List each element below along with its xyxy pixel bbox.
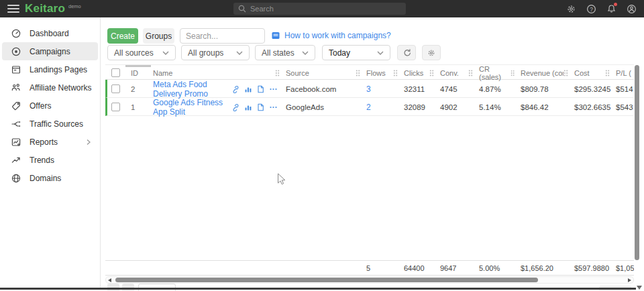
states-filter[interactable]: All states xyxy=(255,45,315,60)
states-filter-value: All states xyxy=(262,48,294,58)
create-button[interactable]: Create xyxy=(107,28,138,44)
column-drag-handle-icon[interactable] xyxy=(275,70,280,76)
scroll-left-arrow[interactable] xyxy=(108,278,111,282)
column-header-source[interactable]: Source xyxy=(283,65,364,81)
campaign-id: 2 xyxy=(129,85,153,93)
campaign-note-icon[interactable] xyxy=(257,103,264,111)
groups-button[interactable]: Groups xyxy=(143,28,174,44)
campaign-link-icon[interactable] xyxy=(231,85,239,93)
column-header-revenue[interactable]: Revenue (con… xyxy=(518,65,572,81)
global-search[interactable] xyxy=(233,3,406,15)
table-empty-area xyxy=(105,116,634,260)
app-logo: Keitaro xyxy=(25,2,65,15)
sort-indicator xyxy=(125,65,151,67)
sources-filter[interactable]: All sources xyxy=(107,45,176,60)
select-all-checkbox[interactable] xyxy=(111,68,120,77)
landings-pages-icon xyxy=(11,64,21,75)
hamburger-menu-icon[interactable] xyxy=(7,5,19,13)
chevron-right-icon xyxy=(86,139,91,146)
sidebar-item-label: Reports xyxy=(30,137,58,147)
pl-cell: $514 xyxy=(613,85,634,93)
chevron-down-icon xyxy=(236,51,243,55)
sidebar-item-landings-pages[interactable]: Landings Pages xyxy=(2,60,98,78)
sidebar-item-traffic-sources[interactable]: Traffic Sources xyxy=(2,115,98,133)
table-row: 1 Google Ads Fitness App Split GoogleAds… xyxy=(105,98,634,116)
row-checkbox[interactable] xyxy=(111,103,120,111)
sidebar-item-label: Trends xyxy=(30,156,54,165)
help-link-label: How to work with campaigns? xyxy=(284,31,391,40)
horizontal-scrollbar-thumb[interactable] xyxy=(115,278,538,282)
column-drag-handle-icon[interactable] xyxy=(468,70,473,76)
campaign-stats-icon[interactable] xyxy=(244,85,252,93)
cr-cell: 4.87% xyxy=(476,85,518,93)
sidebar-item-trends[interactable]: Trends xyxy=(2,151,98,169)
sidebar-item-domains[interactable]: Domains xyxy=(2,169,98,187)
column-header-name[interactable]: Name xyxy=(153,65,283,81)
column-header-conv[interactable]: Conv. xyxy=(437,65,476,81)
date-range-filter[interactable]: Today xyxy=(322,45,390,60)
sidebar-item-reports[interactable]: Reports xyxy=(2,133,98,151)
total-clicks: 64400 xyxy=(401,264,437,272)
help-link[interactable]: How to work with campaigns? xyxy=(272,31,391,40)
column-drag-handle-icon[interactable] xyxy=(356,70,360,76)
campaign-stats-icon[interactable] xyxy=(244,103,252,111)
chevron-down-icon xyxy=(302,51,309,55)
column-drag-handle-icon[interactable] xyxy=(605,70,610,76)
sidebar-item-label: Traffic Sources xyxy=(30,119,83,129)
settings-icon[interactable] xyxy=(565,3,577,15)
chevron-down-icon xyxy=(377,51,384,55)
total-cost: $597.9880 xyxy=(572,264,613,272)
flows-link[interactable]: 2 xyxy=(366,103,371,112)
global-search-input[interactable] xyxy=(250,5,384,13)
table-row: 2 Meta Ads Food Delivery Promo Facebook.… xyxy=(105,80,634,98)
sidebar-item-dashboard[interactable]: Dashboard xyxy=(2,24,98,42)
column-header-flows[interactable]: Flows xyxy=(364,65,401,81)
groups-filter[interactable]: All groups xyxy=(181,45,250,60)
column-drag-handle-icon[interactable] xyxy=(429,70,434,76)
table-totals-row: 5 64400 9647 5.00% $1,656.20 $597.9880 $… xyxy=(105,260,634,276)
row-checkbox[interactable] xyxy=(111,84,120,93)
user-avatar-icon[interactable] xyxy=(625,3,637,15)
source-cell: GoogleAds xyxy=(283,103,364,111)
table-header-row: ID Name Source Flows Clicks Conv. CR (sa… xyxy=(105,64,634,80)
refresh-button[interactable] xyxy=(397,45,416,60)
horizontal-scrollbar xyxy=(105,276,634,284)
notification-dot xyxy=(614,3,617,6)
help-icon[interactable]: ? xyxy=(585,3,597,15)
sidebar-item-label: Offers xyxy=(30,101,51,111)
table-settings-button[interactable] xyxy=(422,45,441,60)
sidebar-item-label: Campaigns xyxy=(30,47,70,56)
revenue-cell: $809.78 xyxy=(518,85,572,93)
campaign-name-link[interactable]: Google Ads Fitness App Split xyxy=(153,98,231,117)
clicks-cell: 32311 xyxy=(401,85,437,93)
more-actions-icon[interactable] xyxy=(269,103,278,111)
pl-cell: $543 xyxy=(613,103,634,111)
sidebar-item-offers[interactable]: Offers xyxy=(2,97,98,115)
campaign-name-link[interactable]: Meta Ads Food Delivery Promo xyxy=(153,80,231,99)
column-header-pl[interactable]: P/L ( xyxy=(613,69,634,77)
book-icon xyxy=(272,32,280,40)
gear-icon xyxy=(427,48,436,58)
column-header-id[interactable]: ID xyxy=(129,69,153,77)
column-header-cost[interactable]: Cost xyxy=(572,65,613,81)
flows-link[interactable]: 3 xyxy=(366,84,371,94)
column-drag-handle-icon[interactable] xyxy=(511,70,515,76)
column-header-clicks[interactable]: Clicks xyxy=(401,65,437,81)
campaign-id: 1 xyxy=(129,103,153,111)
scroll-right-arrow[interactable] xyxy=(628,278,631,282)
sidebar-item-label: Dashboard xyxy=(30,29,69,38)
total-conv: 9647 xyxy=(437,264,476,272)
column-drag-handle-icon[interactable] xyxy=(564,70,568,76)
sidebar-item-campaigns[interactable]: Campaigns xyxy=(2,42,98,60)
campaign-search-input[interactable] xyxy=(180,28,265,44)
notifications-bell-icon[interactable] xyxy=(605,3,617,15)
column-header-cr-sales[interactable]: CR (sales) xyxy=(476,65,518,81)
column-drag-handle-icon[interactable] xyxy=(393,70,398,76)
campaign-note-icon[interactable] xyxy=(257,85,264,93)
sources-filter-value: All sources xyxy=(114,48,154,58)
more-actions-icon[interactable] xyxy=(269,85,278,93)
vertical-scrollbar-thumb[interactable] xyxy=(635,65,639,260)
sidebar-item-affiliate-networks[interactable]: Affiliate Networks xyxy=(2,78,98,97)
total-cr: 5.00% xyxy=(476,264,518,272)
campaign-link-icon[interactable] xyxy=(231,103,239,111)
